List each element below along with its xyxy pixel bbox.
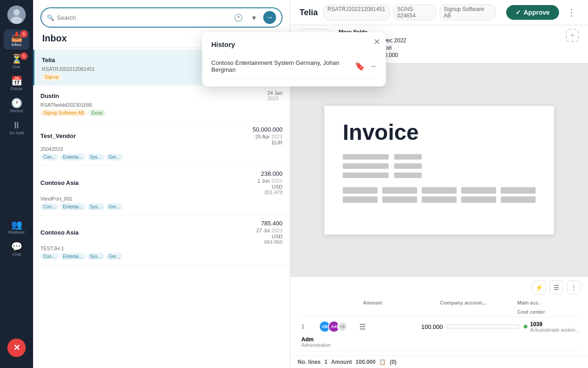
list-view-button[interactable]: ☰ bbox=[549, 281, 563, 294]
cost-center-sub: Administration bbox=[301, 343, 315, 348]
sidebar-item-inbox[interactable]: 📥 Inbox 5 bbox=[4, 29, 29, 50]
history-title: History bbox=[211, 40, 377, 48]
coding-table-header: Amount Company accoun... Main acc. Cost … bbox=[298, 298, 581, 317]
forward-button[interactable]: → bbox=[263, 11, 276, 24]
document-title: Telia bbox=[300, 8, 318, 17]
dropdown-button[interactable]: ▾ bbox=[248, 11, 260, 24]
invoice-tag: Excel bbox=[89, 109, 105, 116]
approve-button[interactable]: ✓ Approve bbox=[506, 5, 559, 20]
document-id-3: Signup Software AB bbox=[440, 5, 495, 20]
history-item: Contoso Entertainment System Germany, Jo… bbox=[211, 55, 377, 78]
invoice-heading: Invoice bbox=[343, 120, 536, 145]
status-dot bbox=[524, 325, 527, 328]
on-hold-icon: ⏸ bbox=[12, 121, 21, 130]
main-acc-header: Main acc. bbox=[517, 300, 582, 305]
row-menu-icon[interactable]: ☰ bbox=[359, 322, 366, 331]
sidebar-item-future[interactable]: 📅 Future bbox=[4, 74, 29, 94]
search-input[interactable] bbox=[57, 14, 229, 21]
copies-count: (0) bbox=[390, 359, 396, 365]
more-options-button[interactable]: ⋮ bbox=[565, 5, 579, 20]
coding-section: ⚡ ☰ ⋮ Amount Company accoun... Main acc.… bbox=[290, 276, 588, 356]
document-id-2: SGNS-024654 bbox=[393, 5, 436, 20]
search-bar: 🔍 🕐 ▾ → bbox=[40, 7, 283, 28]
user-avatar[interactable] bbox=[7, 6, 26, 24]
cost-center-name: Adm bbox=[301, 336, 315, 343]
row-amount: 100.000 bbox=[369, 323, 443, 330]
cost-center-field: Adm Administration bbox=[301, 336, 315, 348]
row-number: 1 bbox=[301, 323, 315, 330]
invoice-tag: Con... bbox=[40, 253, 58, 260]
company-account-header: Company accoun... bbox=[440, 300, 514, 305]
recent-icon: 🕐 bbox=[11, 98, 23, 108]
sidebar-item-replacer[interactable]: 👥 Replacer bbox=[4, 217, 29, 237]
invoice-tag: Entertai... bbox=[60, 203, 85, 210]
bookmark-icon[interactable]: 🔖 bbox=[355, 61, 365, 71]
sidebar-item-due[interactable]: ⏳ Due 5 bbox=[4, 52, 29, 72]
invoice-list: Telia 6 Jan 2023 RSATRJ202212081451 Sign… bbox=[33, 48, 290, 368]
svg-point-1 bbox=[13, 9, 20, 16]
close-popup-button[interactable]: ✕ bbox=[373, 37, 380, 47]
invoice-tag: Sys... bbox=[87, 203, 104, 210]
invoice-tag: Ger... bbox=[106, 253, 123, 260]
future-icon: 📅 bbox=[11, 76, 23, 86]
invoice-table-preview bbox=[343, 187, 536, 203]
approve-check-icon: ✓ bbox=[515, 9, 521, 16]
account-number: 1039 bbox=[530, 321, 578, 328]
sidebar-item-recent[interactable]: 🕐 Recent bbox=[4, 96, 29, 116]
row-assignees[interactable]: AB AX +3 bbox=[319, 321, 356, 333]
sidebar: 📥 Inbox 5 ⏳ Due 5 📅 Future 🕐 Recent ⏸ On… bbox=[0, 0, 33, 368]
main-account-field: 1039 Ackumulerade avskriv... bbox=[524, 321, 588, 333]
svg-point-2 bbox=[11, 17, 22, 24]
amount-header: Amount bbox=[363, 300, 436, 305]
invoice-item[interactable]: Contoso Asia 785.400 27 Jul 2023 USD 664… bbox=[33, 215, 290, 265]
more-options-coding-button[interactable]: ⋮ bbox=[567, 281, 581, 294]
copy-icon[interactable]: 📋 bbox=[379, 359, 386, 365]
invoice-item[interactable]: Dustin 24 Jan 2023 RSATfwddd202301095 Si… bbox=[33, 86, 290, 121]
account-name: Ackumulerade avskriv... bbox=[530, 328, 578, 333]
avatar-overflow: +3 bbox=[337, 322, 347, 332]
history-navigate-button[interactable]: → bbox=[369, 62, 377, 70]
invoice-tag: Sys... bbox=[87, 253, 104, 260]
filter-button[interactable]: ⚡ bbox=[532, 281, 546, 294]
company-account-field[interactable] bbox=[447, 324, 520, 329]
sidebar-item-chat[interactable]: 💬 Chat bbox=[4, 239, 29, 259]
document-id-1: RSATRJ202212081451 bbox=[323, 5, 390, 20]
invoice-tag: Entertai... bbox=[60, 154, 85, 161]
invoice-tag: Sys... bbox=[87, 154, 104, 161]
history-button[interactable]: 🕐 bbox=[232, 11, 245, 24]
invoice-preview: Invoice bbox=[290, 63, 588, 276]
invoice-item[interactable]: Contoso Asia 238.000 1 Jun 2023 USD 201.… bbox=[33, 166, 290, 215]
add-field-button[interactable]: + bbox=[566, 29, 579, 42]
sidebar-item-on-hold[interactable]: ⏸ On hold bbox=[4, 118, 29, 138]
invoice-tag: Entertai... bbox=[60, 253, 85, 260]
table-row: 1 AB AX +3 ☰ 100.000 1039 Ackumulerade a… bbox=[298, 317, 581, 352]
invoice-item[interactable]: Test_Vendor 50,000.000 25 Apr 2023 EUR 2… bbox=[33, 121, 290, 166]
cost-center-header: Cost center bbox=[517, 309, 582, 315]
invoice-paper: Invoice bbox=[324, 106, 554, 235]
coding-toolbar: ⚡ ☰ ⋮ bbox=[298, 281, 581, 294]
app-logo[interactable]: ✕ bbox=[7, 339, 26, 357]
search-icon: 🔍 bbox=[47, 14, 54, 21]
replacer-icon: 👥 bbox=[11, 220, 23, 229]
invoice-tag: Signup bbox=[42, 74, 62, 80]
invoice-content-lines bbox=[343, 154, 536, 178]
invoice-tag: Con... bbox=[40, 203, 58, 210]
top-bar: Telia RSATRJ202212081451 SGNS-024654 Sig… bbox=[290, 0, 588, 25]
invoice-tag: Con... bbox=[40, 154, 58, 161]
history-popup: History ✕ Contoso Entertainment System G… bbox=[202, 32, 386, 86]
invoice-tag: Signup Software AB bbox=[40, 109, 87, 116]
chat-icon: 💬 bbox=[11, 242, 23, 251]
document-footer: No. lines 1 Amount 100.000 📋 (0) bbox=[290, 356, 588, 368]
invoice-tag: Ger... bbox=[106, 203, 123, 210]
invoice-tag: Ger... bbox=[106, 154, 123, 161]
document-ids: RSATRJ202212081451 SGNS-024654 Signup So… bbox=[323, 5, 495, 20]
